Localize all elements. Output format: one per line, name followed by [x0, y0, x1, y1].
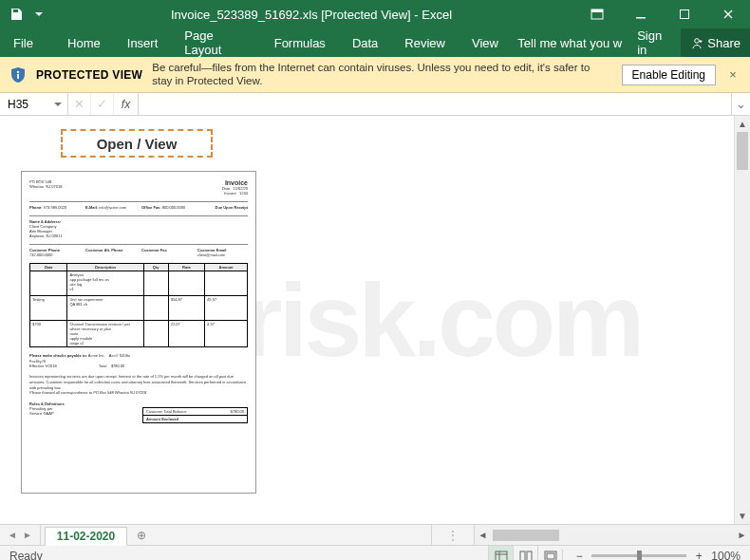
page-break-view-button[interactable] — [537, 546, 562, 560]
page-layout-view-button[interactable] — [513, 546, 537, 560]
horizontal-scrollbar[interactable]: ◄ ► — [475, 525, 750, 545]
svg-point-7 — [17, 70, 19, 72]
tab-file[interactable]: File — [0, 28, 54, 57]
scroll-right-icon[interactable]: ► — [734, 530, 750, 540]
quick-access-toolbar — [0, 6, 47, 23]
ribbon-tabs: File Home Insert Page Layout Formulas Da… — [0, 28, 750, 57]
protected-view-label: PROTECTED VIEW — [36, 68, 142, 82]
tab-page-layout[interactable]: Page Layout — [171, 28, 260, 57]
zoom-slider[interactable] — [591, 554, 686, 557]
invoice-sender: PO BOX 548Wharton NJ 07018 — [29, 179, 62, 196]
open-view-banner[interactable]: Open / View — [61, 129, 213, 158]
zoom-controls: − + 100% — [562, 550, 750, 561]
zoom-level[interactable]: 100% — [711, 550, 741, 561]
protected-view-message: Be careful—files from the Internet can c… — [152, 62, 611, 88]
window-title: Invoice_523389_51692.xls [Protected View… — [47, 8, 575, 22]
svg-rect-3 — [681, 10, 689, 19]
svg-point-6 — [695, 39, 700, 44]
svg-rect-1 — [591, 9, 603, 12]
share-icon — [690, 36, 703, 49]
scroll-left-icon[interactable]: ◄ — [475, 530, 491, 540]
tab-formulas[interactable]: Formulas — [261, 28, 339, 57]
invoice-title-block: Invoice Date 11/02/20Invoice 1234 — [222, 179, 248, 196]
svg-rect-13 — [520, 551, 525, 561]
window-controls — [575, 0, 750, 28]
sheet-tab-active[interactable]: 11-02-2020 — [45, 527, 127, 545]
worksheet-area[interactable]: PC risk.com Open / View PO BOX 548Wharto… — [0, 116, 750, 524]
close-button[interactable] — [706, 0, 750, 28]
tab-home[interactable]: Home — [54, 28, 114, 57]
invoice-thumbnail[interactable]: PO BOX 548Wharton NJ 07018 Invoice Date … — [21, 171, 256, 494]
vscroll-thumb[interactable] — [737, 132, 748, 170]
sheet-tab-bar: ◄► 11-02-2020 ⊕ ⋮ ◄ ► — [0, 524, 750, 545]
tab-review[interactable]: Review — [391, 28, 459, 57]
qat-dropdown-icon[interactable] — [30, 6, 47, 23]
save-icon[interactable] — [8, 6, 25, 23]
status-ready: Ready — [9, 550, 43, 561]
maximize-button[interactable] — [663, 0, 706, 28]
minimize-button[interactable] — [619, 0, 663, 28]
zoom-in-button[interactable]: + — [692, 550, 705, 561]
protected-view-close-icon[interactable]: × — [725, 67, 741, 82]
tab-splitter[interactable]: ⋮ — [431, 525, 475, 545]
new-sheet-button[interactable]: ⊕ — [131, 525, 152, 545]
svg-rect-10 — [496, 551, 507, 561]
enable-editing-button[interactable]: Enable Editing — [622, 65, 716, 85]
name-box[interactable]: H35 — [0, 93, 68, 115]
normal-view-button[interactable] — [488, 546, 513, 560]
expand-formula-bar-icon[interactable]: ⌄ — [731, 93, 750, 115]
ribbon-display-icon[interactable] — [575, 0, 619, 28]
scroll-down-icon[interactable]: ▼ — [735, 508, 750, 524]
formula-input[interactable] — [139, 93, 731, 115]
invoice-line-items: DateDescriptionQtyRateAmount Analysisapp… — [29, 263, 248, 347]
share-button[interactable]: Share — [681, 28, 750, 57]
lightbulb-icon — [512, 36, 514, 49]
svg-rect-8 — [17, 74, 19, 79]
enter-formula-icon: ✓ — [91, 93, 114, 115]
invoice-totals: Customer Total Balance$780.00 Amount Enc… — [142, 407, 248, 423]
status-bar: Ready − + 100% — [0, 545, 750, 560]
tab-data[interactable]: Data — [339, 28, 391, 57]
svg-rect-16 — [547, 553, 554, 559]
tell-me-box[interactable]: Tell me what you w — [512, 36, 628, 50]
tab-insert[interactable]: Insert — [114, 28, 172, 57]
protected-view-bar: PROTECTED VIEW Be careful—files from the… — [0, 57, 750, 93]
sheet-nav-buttons[interactable]: ◄► — [0, 525, 41, 545]
invoice-footer-left: Rules & DefinitionsPrevailing perService… — [29, 401, 133, 423]
shield-info-icon — [9, 66, 27, 84]
vertical-scrollbar[interactable]: ▲ ▼ — [734, 116, 750, 524]
fx-icon[interactable]: fx — [114, 93, 139, 115]
invoice-notes: Please make checks payable to: Acme Inc.… — [29, 353, 248, 396]
tell-me-label: Tell me what you w — [517, 36, 622, 50]
formula-bar: H35 ✕ ✓ fx ⌄ — [0, 93, 750, 116]
svg-rect-2 — [636, 17, 646, 19]
titlebar: Invoice_523389_51692.xls [Protected View… — [0, 0, 750, 28]
share-label: Share — [707, 36, 741, 50]
hscroll-thumb[interactable] — [493, 530, 559, 541]
zoom-out-button[interactable]: − — [572, 550, 586, 561]
tab-view[interactable]: View — [459, 28, 512, 57]
sign-in-link[interactable]: Sign in — [628, 28, 681, 57]
cancel-formula-icon: ✕ — [68, 93, 91, 115]
scroll-up-icon[interactable]: ▲ — [735, 116, 750, 132]
svg-rect-14 — [527, 551, 532, 561]
